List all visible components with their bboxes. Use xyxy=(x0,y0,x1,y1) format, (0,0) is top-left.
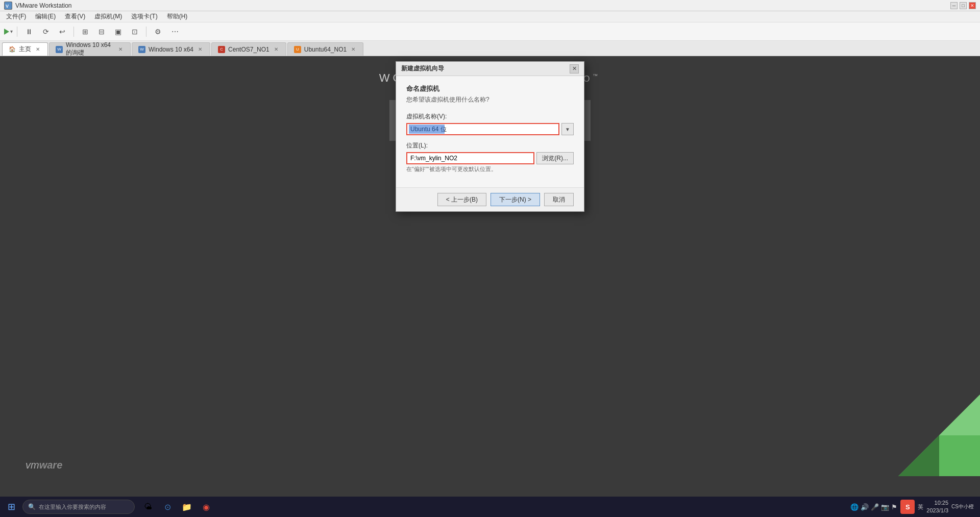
vm-name-group: 虚拟机名称(V): ▼ xyxy=(406,112,574,135)
home-icon: 🏠 xyxy=(9,46,16,53)
setting-icon: ⚙ xyxy=(155,28,161,36)
play-button[interactable]: ▾ xyxy=(4,29,13,35)
tab-win10-1-close[interactable]: ✕ xyxy=(117,46,124,53)
view2-icon: ⊟ xyxy=(99,28,105,36)
taskbar-sys-icons: 🌐 🔊 🎤 📷 ⚑ xyxy=(850,503,897,511)
tab-centos-label: CentOS7_NO1 xyxy=(228,46,270,53)
minimize-button[interactable]: ─ xyxy=(950,2,958,9)
close-button[interactable]: ✕ xyxy=(969,2,976,9)
dialog-title: 新建虚拟机向导 xyxy=(401,64,444,73)
tab-home-close[interactable]: ✕ xyxy=(34,46,41,53)
svg-text:V: V xyxy=(6,4,9,9)
volume-icon: 🔊 xyxy=(861,503,869,511)
tab-win10-1[interactable]: W Windows 10 x64的询礎 ✕ xyxy=(49,42,131,56)
edge-icon: ⊙ xyxy=(164,502,171,512)
location-label: 位置(L): xyxy=(406,141,574,150)
vmware-logo-bottom: vmware xyxy=(26,459,62,471)
menu-bar: 文件(F) 编辑(E) 查看(V) 虚拟机(M) 选项卡(T) 帮助(H) xyxy=(0,11,980,22)
dialog-close-button[interactable]: ✕ xyxy=(570,64,579,73)
chrome-icon: ◉ xyxy=(203,502,210,512)
location-input-row: 浏览(R)... xyxy=(406,152,574,164)
tab-win10-2-label: Windows 10 x64 xyxy=(149,46,193,53)
menu-file[interactable]: 文件(F) xyxy=(2,11,30,22)
browse-button[interactable]: 浏览(R)... xyxy=(536,152,574,164)
toolbar-view1[interactable]: ⊞ xyxy=(78,24,92,39)
tab-centos-icon: C xyxy=(218,46,225,53)
explorer-icon: 📁 xyxy=(182,502,192,512)
view1-icon: ⊞ xyxy=(82,28,88,36)
tab-ubuntu-close[interactable]: ✕ xyxy=(350,46,357,53)
location-group: 位置(L): 浏览(R)... 在"偏好""被选项中可更改默认位置。 xyxy=(406,141,574,173)
taskbar-right: 🌐 🔊 🎤 📷 ⚑ S 英 10:25 2023/1/3 CS中小橙 xyxy=(850,499,978,515)
dialog-title-bar: 新建虚拟机向导 ✕ xyxy=(396,62,584,76)
deco-lightgreen xyxy=(939,395,980,435)
tab-win10-2-close[interactable]: ✕ xyxy=(197,46,204,53)
tab-home[interactable]: 🏠 主页 ✕ xyxy=(2,42,48,56)
location-input[interactable] xyxy=(406,152,534,164)
taskbar-app-chrome[interactable]: ◉ xyxy=(197,498,215,516)
toolbar-view2[interactable]: ⊟ xyxy=(94,24,109,39)
windows-logo-icon: ⊞ xyxy=(8,501,15,512)
taskbar-app-explorer[interactable]: 📁 xyxy=(178,498,196,516)
taskbar: ⊞ 🔍 在这里输入你要搜索的内容 🌤 ⊙ 📁 ◉ 🌐 🔊 🎤 📷 ⚑ S 英 xyxy=(0,497,980,517)
toolbar-revert[interactable]: ↩ xyxy=(55,24,69,39)
tab-win10-2[interactable]: W Windows 10 x64 ✕ xyxy=(132,42,210,56)
vm-name-label: 虚拟机名称(V): xyxy=(406,112,574,121)
toolbar-view3[interactable]: ▣ xyxy=(111,24,126,39)
view4-icon: ⊡ xyxy=(132,28,138,36)
toolbar-sep-1 xyxy=(17,27,17,37)
window-controls: ─ □ ✕ xyxy=(950,2,976,9)
dialog-section-title: 命名虚拟机 xyxy=(406,84,574,93)
sogou-label: S xyxy=(905,503,910,511)
menu-view[interactable]: 查看(V) xyxy=(61,11,89,22)
network-icon: 🌐 xyxy=(850,503,859,511)
taskbar-search[interactable]: 🔍 在这里输入你要搜索的内容 xyxy=(22,500,135,514)
taskbar-app-weather[interactable]: 🌤 xyxy=(139,498,157,516)
tab-home-label: 主页 xyxy=(19,45,31,54)
tab-ubuntu-icon: U xyxy=(294,46,301,53)
view3-icon: ▣ xyxy=(115,28,121,36)
taskbar-app-edge[interactable]: ⊙ xyxy=(158,498,177,516)
cancel-button[interactable]: 取消 xyxy=(544,193,574,206)
tab-win10-2-icon: W xyxy=(138,46,145,53)
flag-icon: ⚑ xyxy=(891,503,897,511)
vm-name-input[interactable] xyxy=(406,123,559,135)
dialog-body: 命名虚拟机 您希望该虚拟机使用什么名称? 虚拟机名称(V): ▼ xyxy=(396,76,584,187)
menu-vm[interactable]: 虚拟机(M) xyxy=(90,11,126,22)
mic-icon: 🎤 xyxy=(871,503,879,511)
toolbar-more[interactable]: ⋯ xyxy=(167,24,183,39)
tab-win10-1-icon: W xyxy=(56,46,63,53)
dialog-overlay: 新建虚拟机向导 ✕ 命名虚拟机 您希望该虚拟机使用什么名称? 虚拟机名称(V): xyxy=(0,56,980,497)
vm-name-input-row: ▼ xyxy=(406,123,574,135)
bottom-decoration xyxy=(878,374,980,476)
toolbar-restart[interactable]: ⟳ xyxy=(39,24,53,39)
back-button[interactable]: < 上一步(B) xyxy=(437,193,486,206)
toolbar-sep-3 xyxy=(146,27,146,37)
menu-help[interactable]: 帮助(H) xyxy=(163,11,192,22)
maximize-button[interactable]: □ xyxy=(960,2,967,9)
toolbar-setting[interactable]: ⚙ xyxy=(151,24,165,39)
weather-icon: 🌤 xyxy=(144,502,152,511)
toolbar-sep-2 xyxy=(74,27,74,37)
suspend-icon: ⏸ xyxy=(26,28,33,36)
clock-time: 10:25 xyxy=(926,499,948,507)
deco-darkgreen xyxy=(898,435,939,476)
toolbar-view4[interactable]: ⊡ xyxy=(128,24,142,39)
tab-centos-close[interactable]: ✕ xyxy=(273,46,280,53)
tab-ubuntu[interactable]: U Ubuntu64_NO1 ✕ xyxy=(287,42,363,56)
next-button[interactable]: 下一步(N) > xyxy=(491,193,540,206)
menu-edit[interactable]: 编辑(E) xyxy=(31,11,60,22)
vm-name-extra-btn[interactable]: ▼ xyxy=(561,123,574,135)
menu-tab[interactable]: 选项卡(T) xyxy=(127,11,161,22)
toolbar-suspend[interactable]: ⏸ xyxy=(21,24,37,39)
title-bar: V VMware Workstation ─ □ ✕ xyxy=(0,0,980,11)
location-hint: 在"偏好""被选项中可更改默认位置。 xyxy=(406,165,574,173)
lang-switch[interactable]: 英 xyxy=(918,503,923,511)
vmware-logo-text: vmware xyxy=(26,460,62,471)
sogou-input-button[interactable]: S xyxy=(900,500,915,514)
start-button[interactable]: ⊞ xyxy=(2,498,20,516)
revert-icon: ↩ xyxy=(59,28,65,36)
tab-centos[interactable]: C CentOS7_NO1 ✕ xyxy=(211,42,286,56)
more-icon: ⋯ xyxy=(172,28,179,36)
tabs-bar: 🏠 主页 ✕ W Windows 10 x64的询礎 ✕ W Windows 1… xyxy=(0,41,980,56)
